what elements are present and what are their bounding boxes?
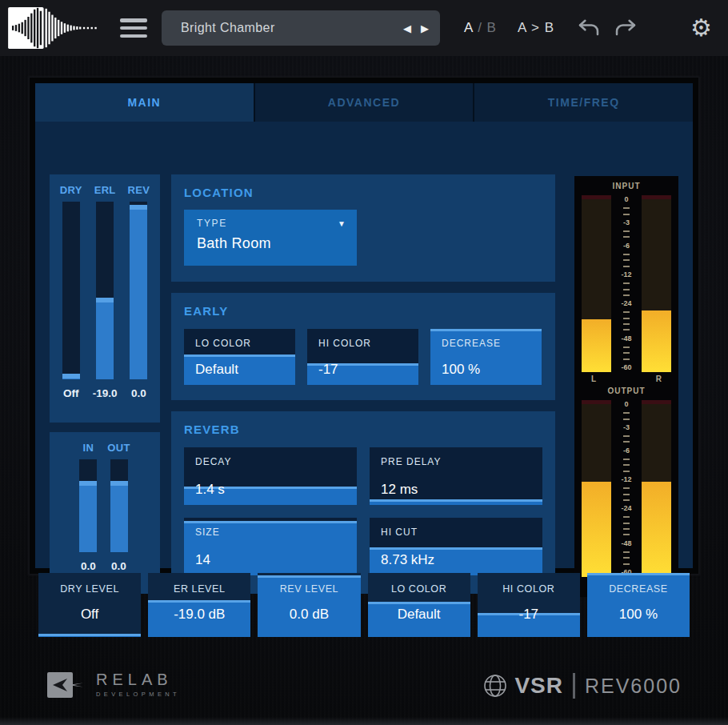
mix-levels-panel: DRY Off ERL -19.0 REV 0.0 (50, 174, 160, 423)
fader-label: OUT (107, 442, 130, 459)
tab-main[interactable]: MAIN (35, 83, 255, 122)
param-label: REV LEVEL (258, 583, 360, 595)
dropdown-value: Bath Room (197, 235, 346, 252)
param-label: DECREASE (587, 583, 690, 595)
input-gain-fader[interactable]: IN 0.0 (79, 442, 97, 572)
input-meter-left (582, 195, 611, 372)
fader-label: ERL (94, 184, 116, 202)
fader-value: 0.0 (131, 387, 146, 399)
param-value: -19.0 dB (148, 607, 250, 623)
tab-advanced[interactable]: ADVANCED (255, 83, 475, 122)
fader-track[interactable] (62, 202, 80, 379)
output-gain-fader[interactable]: OUT 0.0 (107, 442, 130, 572)
meter-scale: 0-3-6-12-24-48-60 (611, 400, 642, 577)
fader-label: REV (128, 184, 150, 202)
input-meter-title: INPUT (582, 182, 671, 194)
rev-level-control[interactable]: REV LEVEL 0.0 dB (258, 573, 360, 637)
param-value: 1.4 s (195, 482, 225, 498)
input-meter: 0-3-6-12-24-48-60 (582, 195, 671, 372)
param-value: 0.0 dB (258, 607, 360, 623)
meter-scale: 0-3-6-12-24-48-60 (611, 195, 642, 372)
dry-level-fader[interactable]: DRY Off (60, 184, 82, 399)
dropdown-label: TYPE (197, 218, 338, 229)
param-label: DRY LEVEL (38, 583, 141, 595)
reverb-pre-delay-control[interactable]: PRE DELAY 12 ms (370, 447, 542, 505)
section-title: EARLY (184, 304, 542, 318)
param-value: 14 (195, 552, 210, 568)
product-logo: VSR REV6000 (482, 673, 682, 699)
preset-prev-icon[interactable]: ◀ (403, 22, 411, 34)
param-value: 8.73 kHz (381, 552, 434, 568)
fader-value: 0.0 (111, 560, 126, 572)
redo-icon[interactable] (614, 18, 638, 38)
section-title: REVERB (184, 423, 542, 436)
early-section: EARLY LO COLOR Default HI COLOR -17 (171, 293, 555, 400)
logo-divider (573, 673, 575, 699)
reverb-decay-control[interactable]: DECAY 1.4 s (184, 447, 357, 505)
param-value: 12 ms (381, 482, 418, 498)
plugin-window: Bright Chamber ◀ ▶ A / B A > B ⚙ MAIN (0, 0, 728, 725)
param-value: -17 (318, 362, 338, 378)
fader-label: DRY (60, 184, 82, 202)
chevron-down-icon: ▼ (338, 219, 346, 228)
output-meter: 0-3-6-12-24-48-60 (582, 400, 671, 577)
param-value: 100 % (587, 607, 690, 623)
tab-time-freq[interactable]: TIME/FREQ (474, 83, 693, 122)
param-label: HI COLOR (318, 338, 371, 349)
erl-level-fader[interactable]: ERL -19.0 (93, 184, 118, 399)
preset-next-icon[interactable]: ▶ (421, 22, 429, 34)
reverb-size-control[interactable]: SIZE 14 (184, 518, 357, 575)
reverb-hi-cut-control[interactable]: HI CUT 8.73 kHz (370, 518, 542, 575)
param-label: DECAY (195, 456, 231, 467)
fader-track[interactable] (110, 459, 128, 552)
preset-selector[interactable]: Bright Chamber ◀ ▶ (162, 10, 440, 46)
fader-track[interactable] (79, 459, 97, 552)
globe-icon (482, 673, 508, 699)
section-title: LOCATION (184, 186, 542, 199)
location-section: LOCATION TYPE ▼ Bath Room (171, 174, 555, 282)
fader-track[interactable] (130, 202, 147, 379)
param-value: Default (195, 362, 238, 378)
rev-level-fader[interactable]: REV 0.0 (128, 184, 150, 399)
fader-value: 0.0 (81, 560, 96, 572)
param-label: HI CUT (381, 527, 418, 538)
param-label: SIZE (195, 527, 220, 538)
relab-mark-icon (46, 671, 88, 701)
early-lo-color-control[interactable]: LO COLOR Default (184, 329, 295, 385)
menu-icon[interactable] (120, 18, 147, 38)
brand-name: RELAB (96, 671, 180, 689)
hi-color-control[interactable]: HI COLOR -17 (478, 573, 580, 637)
dry-level-control[interactable]: DRY LEVEL Off (38, 573, 141, 637)
location-type-dropdown[interactable]: TYPE ▼ Bath Room (184, 210, 357, 266)
param-label: HI COLOR (478, 583, 580, 595)
param-value: Default (368, 607, 470, 623)
fader-value: -19.0 (93, 387, 118, 399)
undo-icon[interactable] (577, 18, 601, 38)
fader-track[interactable] (96, 202, 114, 379)
reverb-section: REVERB DECAY 1.4 s PRE DELAY 12 ms (171, 411, 555, 594)
param-value: Off (38, 607, 141, 623)
decrease-control[interactable]: DECREASE 100 % (587, 573, 690, 637)
product-name: VSR (514, 673, 563, 699)
param-label: DECREASE (442, 338, 501, 349)
fader-value: Off (63, 387, 79, 399)
output-meter-title: OUTPUT (582, 387, 671, 399)
tab-bar: MAIN ADVANCED TIME/FREQ (35, 83, 693, 122)
relab-logo: RELAB DEVELOPMENT (46, 671, 180, 701)
fader-label: IN (83, 442, 94, 459)
top-toolbar: Bright Chamber ◀ ▶ A / B A > B ⚙ (0, 0, 728, 56)
ab-compare-button[interactable]: A / B (464, 20, 497, 36)
ab-copy-button[interactable]: A > B (518, 20, 554, 36)
level-meters-panel: INPUT 0-3-6-12-24-48-60 LR OUTPUT 0-3-6-… (574, 176, 678, 597)
output-meter-left (582, 400, 611, 577)
param-label: PRE DELAY (381, 456, 441, 467)
lo-color-control[interactable]: LO COLOR Default (368, 573, 470, 637)
param-label: LO COLOR (368, 583, 470, 595)
param-value: 100 % (442, 362, 480, 378)
er-level-control[interactable]: ER LEVEL -19.0 dB (148, 573, 250, 637)
quick-params-row: DRY LEVEL Off ER LEVEL -19.0 dB REV LEVE… (38, 573, 690, 637)
early-decrease-control[interactable]: DECREASE 100 % (430, 329, 542, 385)
brand-subtitle: DEVELOPMENT (96, 691, 180, 698)
early-hi-color-control[interactable]: HI COLOR -17 (307, 329, 418, 385)
settings-gear-icon[interactable]: ⚙ (690, 16, 712, 40)
